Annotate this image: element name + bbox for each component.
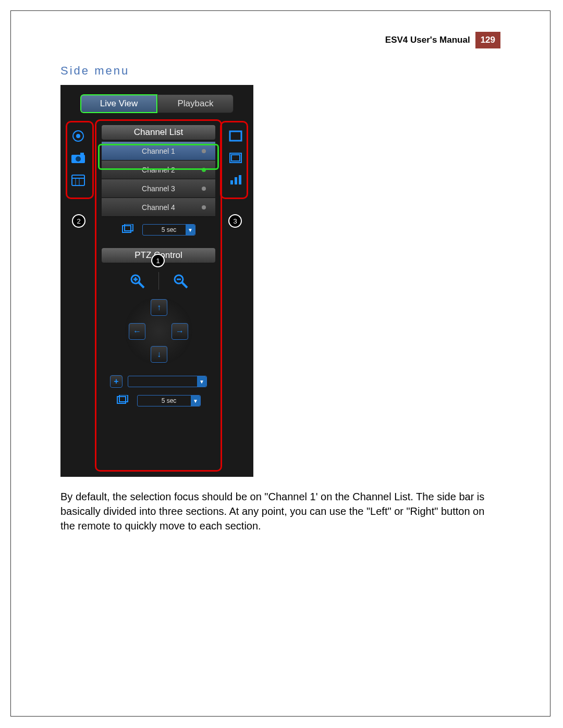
manual-title: ESV4 User's Manual <box>380 32 475 48</box>
svg-rect-23 <box>230 180 233 184</box>
preset-dropdown[interactable]: ▼ <box>128 376 207 387</box>
record-icon[interactable] <box>69 127 88 145</box>
callout-3: 3 <box>228 214 242 228</box>
camera-icon[interactable] <box>69 149 88 167</box>
svg-rect-1 <box>125 224 133 231</box>
tab-live-view[interactable]: Live View <box>80 94 157 113</box>
svg-rect-20 <box>230 131 241 141</box>
tab-label: Live View <box>100 98 138 109</box>
ptz-up-button[interactable]: ↑ <box>151 299 167 316</box>
tab-playback[interactable]: Playback <box>157 94 234 113</box>
slideshow-icon[interactable] <box>116 395 129 406</box>
svg-rect-22 <box>231 155 240 161</box>
page-number: 129 <box>475 32 500 48</box>
svg-point-15 <box>76 156 81 162</box>
ptz-tour-row: 5 sec ▼ <box>105 395 212 406</box>
right-toolbar <box>225 124 246 192</box>
sequence-row: 5 sec ▼ <box>102 224 215 236</box>
left-toolbar <box>68 124 89 192</box>
sequence-interval-dropdown[interactable]: 5 sec ▼ <box>142 224 195 236</box>
ptz-left-button[interactable]: ← <box>129 323 145 340</box>
channel-list-header: Channel List <box>102 125 215 140</box>
status-dot-icon <box>202 205 206 209</box>
svg-point-12 <box>76 134 80 138</box>
tour-interval-dropdown[interactable]: 5 sec ▼ <box>137 395 201 406</box>
dropdown-value: 5 sec <box>162 397 177 404</box>
section-heading: Side menu <box>60 64 500 78</box>
window-icon[interactable] <box>226 149 245 167</box>
zoom-out-icon[interactable] <box>172 272 189 290</box>
svg-rect-9 <box>117 397 126 403</box>
side-menu-screenshot: Live View Playback Channel List Channel … <box>60 85 253 477</box>
highlight-selected-channel <box>98 144 219 170</box>
svg-rect-14 <box>80 153 84 155</box>
calendar-icon[interactable] <box>69 170 88 189</box>
status-dot-icon <box>202 187 206 191</box>
zoom-row <box>96 272 221 290</box>
callout-2: 2 <box>72 214 85 228</box>
svg-line-3 <box>139 282 144 288</box>
tab-label: Playback <box>178 98 214 109</box>
chevron-down-icon: ▼ <box>186 225 195 235</box>
svg-rect-25 <box>239 175 241 184</box>
fullscreen-icon[interactable] <box>226 127 245 145</box>
callout-1: 1 <box>151 254 165 267</box>
channel-label: Channel 4 <box>142 203 175 212</box>
tab-bar: Live View Playback <box>80 94 234 113</box>
chevron-down-icon: ▼ <box>197 376 206 387</box>
divider <box>158 272 159 290</box>
preset-row: + ▼ <box>105 375 212 388</box>
body-paragraph: By default, the selection focus should b… <box>60 489 500 533</box>
svg-rect-16 <box>72 175 84 186</box>
dropdown-value: 5 sec <box>162 226 177 233</box>
ptz-right-button[interactable]: → <box>172 323 188 340</box>
zoom-in-icon[interactable] <box>128 272 146 290</box>
highlight-section-1: Channel List Channel 1 Channel 2 Channel… <box>95 119 222 472</box>
channel-item[interactable]: Channel 4 <box>102 198 215 217</box>
svg-line-7 <box>182 282 187 288</box>
channel-item[interactable]: Channel 3 <box>102 179 215 198</box>
bars-icon[interactable] <box>226 170 245 189</box>
slideshow-icon[interactable] <box>121 224 134 236</box>
channel-label: Channel 3 <box>142 184 175 193</box>
ptz-down-button[interactable]: ↓ <box>151 346 167 363</box>
svg-rect-10 <box>119 395 128 402</box>
svg-rect-24 <box>235 177 237 184</box>
svg-rect-0 <box>123 226 131 232</box>
add-preset-button[interactable]: + <box>110 375 123 388</box>
page-header: ESV4 User's Manual 129 <box>60 32 500 48</box>
ptz-dpad: ↑ ← → ↓ <box>125 297 192 365</box>
chevron-down-icon: ▼ <box>191 396 200 406</box>
